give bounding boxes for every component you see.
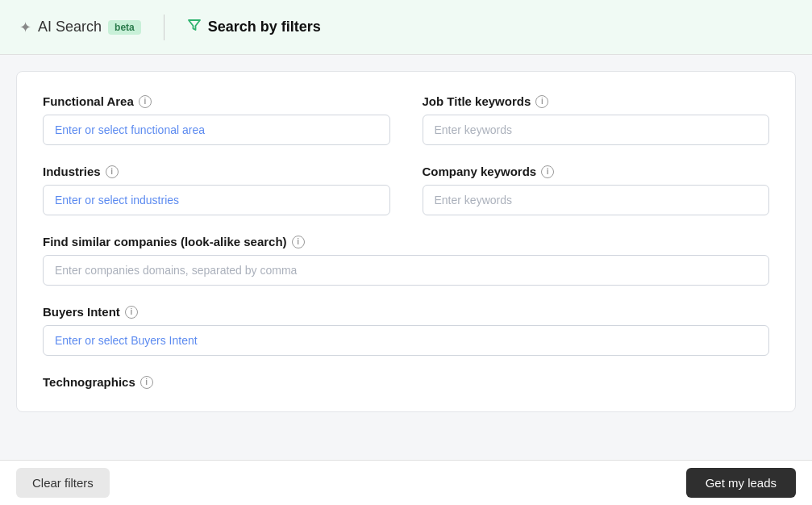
functional-area-input[interactable] bbox=[43, 115, 390, 145]
header-divider bbox=[164, 15, 164, 40]
filter-tab-label: Search by filters bbox=[208, 19, 321, 35]
sparkle-icon: ✦ bbox=[19, 19, 31, 36]
find-similar-label: Find similar companies (look-alike searc… bbox=[43, 235, 769, 248]
buyers-intent-label: Buyers Intent i bbox=[43, 305, 769, 319]
ai-search-tab[interactable]: ✦ AI Search beta bbox=[16, 12, 144, 43]
company-keywords-label: Company keywords i bbox=[423, 165, 770, 178]
company-keywords-group: Company keywords i bbox=[423, 165, 770, 215]
form-card: Functional Area i Job Title keywords i I… bbox=[16, 71, 796, 412]
technographics-info-icon[interactable]: i bbox=[140, 376, 153, 389]
job-title-keywords-input[interactable] bbox=[423, 115, 770, 145]
filter-icon bbox=[187, 18, 202, 36]
industries-input[interactable] bbox=[43, 185, 390, 215]
filter-tab[interactable]: Search by filters bbox=[184, 11, 324, 43]
buyers-intent-input[interactable] bbox=[43, 325, 769, 356]
buyers-intent-info-icon[interactable]: i bbox=[125, 306, 138, 319]
clear-filters-button[interactable]: Clear filters bbox=[16, 468, 110, 498]
beta-badge: beta bbox=[108, 20, 141, 35]
header: ✦ AI Search beta Search by filters bbox=[0, 0, 812, 55]
footer: Clear filters Get my leads bbox=[0, 460, 812, 505]
industries-info-icon[interactable]: i bbox=[106, 165, 119, 178]
job-title-keywords-label: Job Title keywords i bbox=[423, 94, 770, 108]
find-similar-group: Find similar companies (look-alike searc… bbox=[43, 235, 769, 286]
find-similar-info-icon[interactable]: i bbox=[292, 236, 305, 248]
main-content: Functional Area i Job Title keywords i I… bbox=[0, 55, 812, 460]
form-grid: Functional Area i Job Title keywords i I… bbox=[43, 94, 769, 389]
functional-area-label: Functional Area i bbox=[43, 94, 390, 108]
get-leads-button[interactable]: Get my leads bbox=[686, 468, 796, 498]
job-title-keywords-group: Job Title keywords i bbox=[423, 94, 770, 145]
functional-area-info-icon[interactable]: i bbox=[139, 95, 152, 108]
company-keywords-info-icon[interactable]: i bbox=[541, 165, 554, 178]
find-similar-input[interactable] bbox=[43, 255, 769, 286]
technographics-group: Technographics i bbox=[43, 375, 769, 389]
technographics-label: Technographics i bbox=[43, 375, 769, 389]
industries-group: Industries i bbox=[43, 165, 390, 215]
buyers-intent-group: Buyers Intent i bbox=[43, 305, 769, 356]
functional-area-group: Functional Area i bbox=[43, 94, 390, 145]
job-title-info-icon[interactable]: i bbox=[535, 95, 548, 108]
company-keywords-input[interactable] bbox=[423, 185, 770, 215]
ai-search-label: AI Search bbox=[38, 19, 102, 35]
industries-label: Industries i bbox=[43, 165, 390, 178]
